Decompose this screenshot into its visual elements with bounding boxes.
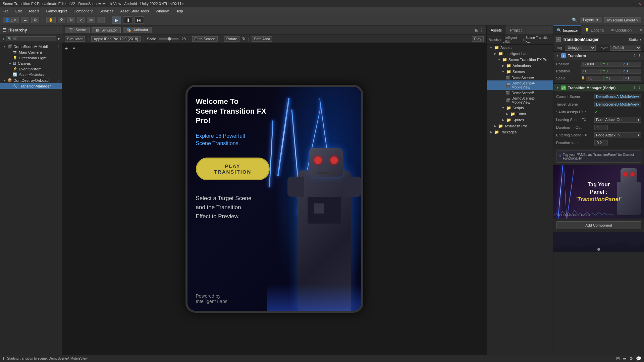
play-in-editor[interactable]: Play	[472, 36, 484, 42]
gizmo-options[interactable]: ▾	[73, 46, 75, 51]
scene-view-lock[interactable]: ⋮	[480, 28, 484, 33]
hierarchy-item-dontdestroy[interactable]: ▼ 📦 DontDestroyOnLoad ⋮	[0, 77, 62, 83]
minimize-btn[interactable]: ─	[626, 2, 628, 6]
tab-occlusion[interactable]: 👁 Occlusion	[607, 25, 635, 35]
layer-select[interactable]: Default	[610, 45, 641, 51]
target-scene-value[interactable]: DemoSceneB-MobileView	[594, 102, 641, 107]
folder-intelligent-labs[interactable]: ▶ 📁 Intelligent Labs	[487, 51, 553, 57]
settings-status-icon[interactable]: ⚙	[629, 356, 633, 361]
settings-btn[interactable]: ⚙	[31, 17, 39, 23]
tab-animator[interactable]: 🎭 Animator	[123, 27, 152, 33]
cloud-btn[interactable]: ☁	[21, 17, 29, 23]
folder-sprites[interactable]: ▶ 📁 Sprites	[487, 117, 553, 123]
project-options[interactable]: ⋮	[545, 25, 553, 35]
folder-assets[interactable]: ▼ 📁 Assets	[487, 45, 553, 51]
play-transition-button[interactable]: PLAY TRANSITION	[196, 158, 270, 180]
folder-textmesh[interactable]: ▶ 📁 TextMesh Pro	[487, 123, 553, 129]
rotate-btn[interactable]: Rotate	[224, 36, 239, 42]
folder-scene-transition-fx[interactable]: ▼ 📁 Scene Transition FX Pro	[487, 57, 553, 63]
layout-btn[interactable]: My Room Layout >	[604, 17, 641, 23]
folder-scenes[interactable]: ▼ 📁 Scenes	[487, 69, 553, 75]
scale-z[interactable]: Z 1	[623, 76, 641, 81]
transform-header[interactable]: ▼ T Transform ? ⋮	[553, 52, 644, 60]
rotation-y[interactable]: Y 0	[601, 69, 621, 74]
rect-tool[interactable]: ▭	[87, 17, 95, 23]
tab-game-simulator[interactable]: 🖥 Simulator	[92, 27, 121, 33]
path-scene-fx[interactable]: Scene Transition F...	[526, 36, 551, 43]
position-z[interactable]: Z 0	[622, 62, 641, 67]
info-status-icon[interactable]: 💬	[636, 356, 641, 361]
proj-tab-project[interactable]: Project	[506, 25, 526, 35]
rotation-x[interactable]: X 0	[581, 69, 601, 74]
hierarchy-item-canvas[interactable]: ▶ 🖼 Canvas	[0, 61, 62, 66]
hierarchy-scene-root[interactable]: ▼ 🎬 DemoSceneA-Mobil ⋮	[0, 44, 62, 49]
close-btn[interactable]: ✕	[638, 2, 641, 6]
leaving-fx-dropdown[interactable]: Fade Attack Out ▾	[594, 117, 641, 123]
step-btn[interactable]: ⏭	[135, 16, 144, 24]
position-y[interactable]: Y 0	[601, 62, 621, 67]
transform-info[interactable]: ?	[633, 54, 636, 58]
hierarchy-options[interactable]: ⋮	[55, 28, 59, 33]
rotation-z[interactable]: Z 0	[622, 69, 641, 74]
device-select[interactable]: Apple iPad Pro 12.9 (2018)	[91, 36, 141, 42]
scene-view-options[interactable]: ⊞	[475, 28, 478, 33]
grid-status-icon[interactable]: ⊞	[616, 356, 620, 361]
object-active-checkbox[interactable]: ✓	[556, 37, 561, 42]
play-btn[interactable]: ▶	[112, 16, 121, 24]
menu-assets[interactable]: Assets	[27, 8, 41, 14]
fit-screen-btn[interactable]: Fit to Screen	[192, 36, 218, 42]
hierarchy-item-transition-manager[interactable]: 🔧 TransitionManager	[0, 83, 62, 89]
menu-gameobject[interactable]: GameObject	[45, 8, 68, 14]
hierarchy-item-eventsystem[interactable]: ⚡ EventSystem	[0, 66, 62, 72]
duration-out-value[interactable]: 4	[594, 125, 608, 130]
script-info[interactable]: ?	[633, 85, 636, 90]
entering-fx-dropdown[interactable]: Fade Attack In ▾	[594, 132, 641, 138]
duration-in-value[interactable]: 0.2	[594, 140, 608, 145]
scale-y[interactable]: Y 1	[604, 76, 623, 81]
maximize-btn[interactable]: □	[632, 2, 634, 6]
hand-tool[interactable]: ✋	[46, 17, 56, 23]
dontdestroy-options[interactable]: ⋮	[57, 78, 60, 82]
scale-tool[interactable]: ⤢	[77, 17, 85, 23]
tab-scene[interactable]: 🎬 Scene	[65, 27, 90, 33]
scale-slider[interactable]	[159, 38, 179, 40]
scene-file-demob-mobile[interactable]: 🎬 DemoSceneB-MobileView	[487, 96, 553, 105]
menu-component[interactable]: Component	[72, 8, 94, 14]
move-tool[interactable]: ✜	[58, 17, 65, 23]
add-component-button[interactable]: Add Component	[556, 221, 641, 229]
hierarchy-item-directional-light[interactable]: 💡 Directional Light	[0, 55, 62, 61]
auto-assign-value[interactable]: ✓	[594, 109, 598, 115]
script-options[interactable]: ⋮	[638, 85, 641, 90]
safe-area-btn[interactable]: Safe Area	[252, 36, 272, 42]
hierarchy-item-sceneswitcher[interactable]: 🔄 SceneSwitcher	[0, 72, 62, 77]
menu-window[interactable]: Window	[154, 8, 170, 14]
static-dropdown[interactable]: ▾	[640, 38, 641, 41]
inspector-options[interactable]: ▾	[638, 28, 644, 33]
menu-file[interactable]: File	[1, 8, 10, 14]
path-assets[interactable]: Assets	[489, 38, 499, 42]
simulator-select[interactable]: Simulator	[65, 36, 85, 42]
position-x[interactable]: X -1000	[581, 62, 601, 67]
folder-editor[interactable]: ▶ 📁 Editor	[487, 111, 553, 117]
transform-options[interactable]: ⋮	[638, 54, 641, 58]
pause-btn[interactable]: ⏸	[123, 16, 132, 24]
proj-tab-assets[interactable]: Assets	[487, 25, 506, 35]
tag-select[interactable]: Untagged	[565, 45, 596, 51]
scene-file-demob[interactable]: 🎬 DemoSceneB	[487, 90, 553, 96]
hierarchy-add-btn[interactable]: +	[2, 36, 5, 42]
tab-lighting[interactable]: 💡 Lighting	[581, 25, 607, 35]
scale-x[interactable]: X 1	[586, 76, 604, 81]
script-section-header[interactable]: ▼ C# Transition Manager (Script) ? ⋮	[553, 84, 644, 92]
path-intelligent[interactable]: Intelligent Labs	[502, 36, 522, 43]
rotate-tool[interactable]: ↻	[67, 17, 75, 23]
menu-edit[interactable]: Edit	[14, 8, 23, 14]
layers-btn[interactable]: Layers ▾	[580, 17, 601, 23]
scene-file-demoa[interactable]: 🎬 DemoSceneA	[487, 75, 553, 80]
folder-packages[interactable]: ▶ 📁 Packages	[487, 129, 553, 135]
folder-scripts[interactable]: ▼ 📁 Scripts	[487, 105, 553, 111]
folder-animations[interactable]: ▶ 📁 Animations	[487, 63, 553, 69]
tab-inspector[interactable]: 🔍 Inspector	[553, 25, 581, 35]
menu-help[interactable]: Help	[174, 8, 184, 14]
add-gizmo[interactable]: +	[65, 46, 71, 52]
menu-asset-store[interactable]: Asset Store Tools	[119, 8, 150, 14]
